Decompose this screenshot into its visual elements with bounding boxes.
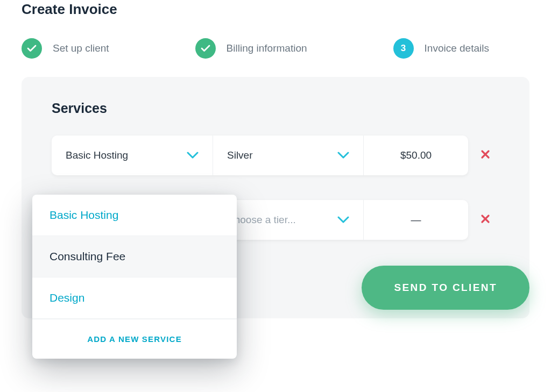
chevron-down-icon — [337, 149, 349, 161]
dropdown-option-consulting-fee[interactable]: Consulting Fee — [32, 236, 237, 277]
progress-steps: Set up client Billing information 3 Invo… — [22, 38, 529, 59]
close-icon — [481, 213, 490, 227]
close-icon — [481, 148, 490, 162]
panel-title: Services — [52, 101, 499, 116]
chevron-down-icon — [187, 149, 199, 161]
price-value: — — [364, 200, 468, 240]
step-number-badge: 3 — [393, 38, 414, 59]
service-dropdown: Basic Hosting Consulting Fee Design ADD … — [32, 195, 237, 359]
service-select-value: Basic Hosting — [66, 149, 128, 161]
send-to-client-button[interactable]: SEND TO CLIENT — [362, 266, 529, 310]
add-service-button[interactable]: ADD A NEW SERVICE — [32, 319, 237, 359]
delete-row-button[interactable] — [471, 148, 499, 162]
price-value: $50.00 — [364, 136, 468, 175]
step-invoice-details[interactable]: 3 Invoice details — [393, 38, 489, 59]
delete-row-button[interactable] — [471, 213, 499, 227]
check-icon — [22, 38, 42, 59]
service-row: Basic Hosting Silver $50.00 — [52, 136, 499, 175]
chevron-down-icon — [337, 214, 349, 226]
service-select[interactable]: Basic Hosting — [52, 136, 213, 175]
step-billing-info[interactable]: Billing information — [195, 38, 307, 59]
page-title: Create Invoice — [22, 1, 529, 18]
step-label: Billing information — [227, 42, 307, 54]
tier-select-value: Silver — [227, 149, 253, 161]
step-setup-client[interactable]: Set up client — [22, 38, 109, 59]
dropdown-option-basic-hosting[interactable]: Basic Hosting — [32, 195, 237, 236]
dropdown-option-design[interactable]: Design — [32, 277, 237, 319]
step-label: Set up client — [53, 42, 109, 54]
tier-select-placeholder: Choose a tier... — [227, 214, 296, 226]
check-icon — [195, 38, 216, 59]
tier-select[interactable]: Silver — [213, 136, 364, 175]
step-label: Invoice details — [425, 42, 489, 54]
